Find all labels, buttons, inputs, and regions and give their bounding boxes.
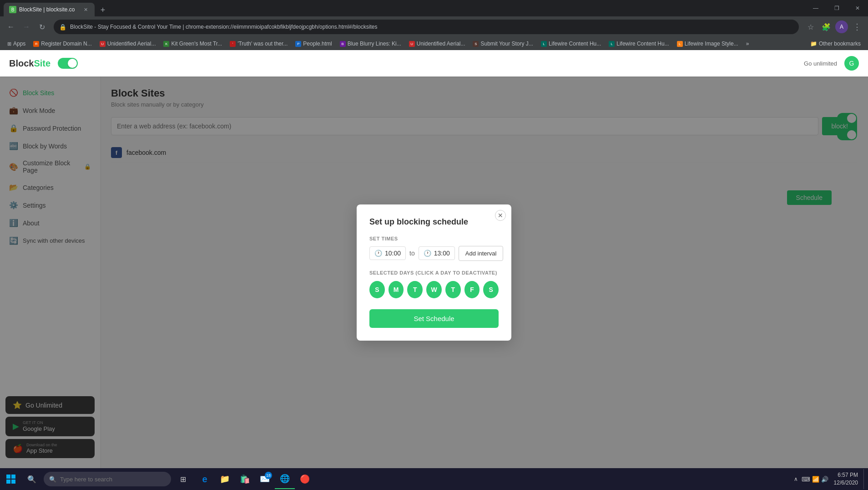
search-box-icon: 🔍 — [49, 476, 56, 483]
day-fri[interactable]: F — [464, 281, 480, 298]
app-toggle[interactable] — [58, 58, 78, 69]
bookmark-5[interactable]: P People.html — [292, 40, 335, 48]
time-row: 🕐 10:00 to 🕐 13:00 Add interval — [369, 246, 499, 261]
tab-title: BlockSite | blocksite.co — [19, 6, 79, 13]
bookmark-4[interactable]: ' 'Truth' was out ther... — [226, 40, 291, 48]
bm7-favicon: U — [409, 41, 415, 47]
set-schedule-button[interactable]: Set Schedule — [369, 309, 499, 328]
taskbar: 🔍 🔍 ⊞ e 📁 🛍️ ✉️ 18 🌐 🔴 ∧ ⌨ 📶 — [0, 468, 868, 490]
forward-button[interactable]: → — [19, 20, 34, 34]
day-thu[interactable]: T — [445, 281, 461, 298]
show-desktop-btn[interactable]: Desktop — [863, 469, 866, 489]
from-time-value: 10:00 — [385, 250, 401, 257]
close-button[interactable]: ✕ — [847, 0, 868, 16]
day-sun[interactable]: S — [369, 281, 385, 298]
start-button[interactable] — [0, 468, 22, 490]
to-time-input[interactable]: 🕐 13:00 — [419, 246, 455, 260]
from-time-input[interactable]: 🕐 10:00 — [369, 246, 406, 260]
taskbar-explorer-icon[interactable]: 📁 — [215, 469, 235, 489]
menu-icon[interactable]: ⋮ — [850, 20, 864, 34]
volume-icon: 🔊 — [821, 476, 828, 483]
to-time-value: 13:00 — [434, 250, 450, 257]
taskbar-mail-icon[interactable]: ✉️ 18 — [255, 469, 275, 489]
bookmark-6[interactable]: B Blue Blurry Lines: Ki... — [336, 40, 405, 48]
bm2-favicon: U — [100, 41, 106, 47]
bookmark-8[interactable]: S Submit Your Story J... — [469, 40, 536, 48]
bm10-favicon: L — [609, 41, 615, 47]
go-unlimited-header-btn[interactable]: Go unlimited — [804, 60, 837, 67]
svg-rect-3 — [11, 480, 15, 484]
day-mon[interactable]: M — [389, 281, 404, 298]
bm8-favicon: S — [473, 41, 479, 47]
to-clock-icon: 🕐 — [424, 250, 431, 257]
bookmark-3[interactable]: K Kit Green's Most Tr... — [160, 40, 226, 48]
toggle-thumb — [68, 59, 77, 68]
reload-button[interactable]: ↻ — [35, 20, 49, 34]
clock-time: 6:57 PM — [834, 471, 858, 479]
back-button[interactable]: ← — [4, 20, 18, 34]
bookmark-more[interactable]: » — [742, 40, 753, 48]
taskbar-edge-icon[interactable]: e — [195, 469, 215, 489]
svg-rect-1 — [11, 475, 15, 479]
bookmark-1[interactable]: R Register Domain N... — [30, 40, 95, 48]
bookmark-apps[interactable]: ⊞ Apps — [4, 40, 29, 48]
nav-bar: ← → ↻ 🔒 BlockSite - Stay Focused & Contr… — [0, 16, 868, 37]
taskbar-search-box[interactable]: 🔍 — [44, 472, 171, 486]
modal-overlay[interactable]: ✕ Set up blocking schedule SET TIMES 🕐 1… — [0, 77, 868, 468]
modal-close-btn[interactable]: ✕ — [495, 210, 506, 221]
search-button[interactable]: 🔍 — [22, 469, 42, 489]
bm6-favicon: B — [340, 41, 346, 47]
day-sat[interactable]: S — [483, 281, 499, 298]
tray-expand-btn[interactable]: ∧ — [792, 475, 800, 483]
to-label: to — [409, 250, 415, 257]
other-bookmarks[interactable]: 📁 Other bookmarks — [807, 40, 864, 48]
windows-icon — [6, 475, 15, 484]
day-tue[interactable]: T — [407, 281, 423, 298]
selected-days-label: SELECTED DAYS (Click a day to deactivate… — [369, 270, 499, 276]
profile-icon[interactable]: A — [835, 20, 848, 33]
app-header: BlockSite Go unlimited G — [0, 50, 868, 77]
bm5-favicon: P — [295, 41, 301, 47]
add-interval-btn[interactable]: Add interval — [459, 246, 504, 261]
bookmark-9[interactable]: L Lifewire Content Hu... — [537, 40, 605, 48]
taskbar-app6-icon[interactable]: 🔴 — [295, 469, 315, 489]
bookmark-10[interactable]: L Lifewire Content Hu... — [605, 40, 672, 48]
schedule-modal: ✕ Set up blocking schedule SET TIMES 🕐 1… — [357, 204, 511, 341]
tab-bar: B BlockSite | blocksite.co ✕ + — ❐ ✕ — [0, 0, 868, 16]
bookmark-7[interactable]: U Unidentified Aerial... — [405, 40, 469, 48]
browser-chrome: B BlockSite | blocksite.co ✕ + — ❐ ✕ ← →… — [0, 0, 868, 50]
bm3-favicon: K — [163, 41, 169, 47]
set-times-label: SET TIMES — [369, 236, 499, 241]
bookmark-11[interactable]: L Lifewire Image Style... — [673, 40, 742, 48]
restore-button[interactable]: ❐ — [826, 0, 847, 16]
url-text: BlockSite - Stay Focused & Control Your … — [70, 24, 377, 30]
active-tab[interactable]: B BlockSite | blocksite.co ✕ — [4, 3, 95, 16]
app-body: 🚫 Block Sites 💼 Work Mode 🔒 Password Pro… — [0, 77, 868, 468]
taskbar-search-input[interactable] — [60, 476, 166, 483]
svg-rect-2 — [6, 480, 10, 484]
address-bar[interactable]: 🔒 BlockSite - Stay Focused & Control You… — [54, 20, 799, 34]
taskbar-browser-icon[interactable]: 🌐 — [275, 469, 295, 489]
header-right-btn2[interactable]: G — [844, 56, 859, 71]
bookmark-2[interactable]: U Unidentified Aerial... — [96, 40, 160, 48]
taskbar-store-icon[interactable]: 🛍️ — [235, 469, 255, 489]
keyboard-icon: ⌨ — [802, 476, 810, 483]
minimize-button[interactable]: — — [805, 0, 826, 16]
app-container: BlockSite Go unlimited G 🚫 Block Sites 💼… — [0, 50, 868, 468]
mail-badge: 18 — [265, 472, 272, 479]
bm9-favicon: L — [541, 41, 547, 47]
from-clock-icon: 🕐 — [374, 250, 382, 257]
task-view-btn[interactable]: ⊞ — [173, 469, 193, 489]
taskbar-apps: e 📁 🛍️ ✉️ 18 🌐 🔴 — [195, 469, 315, 489]
network-icon: 📶 — [812, 476, 819, 483]
search-taskbar-icon: 🔍 — [27, 475, 36, 484]
tab-close-icon[interactable]: ✕ — [82, 6, 89, 13]
bookmark-icon[interactable]: ☆ — [803, 20, 818, 34]
day-wed[interactable]: W — [426, 281, 442, 298]
extensions-icon[interactable]: 🧩 — [819, 20, 833, 34]
apps-grid-icon: ⊞ — [7, 41, 11, 47]
clock[interactable]: 6:57 PM 12/6/2020 — [830, 471, 862, 487]
app-logo: BlockSite — [9, 58, 50, 69]
lock-icon: 🔒 — [59, 24, 66, 31]
new-tab-button[interactable]: + — [96, 4, 109, 16]
